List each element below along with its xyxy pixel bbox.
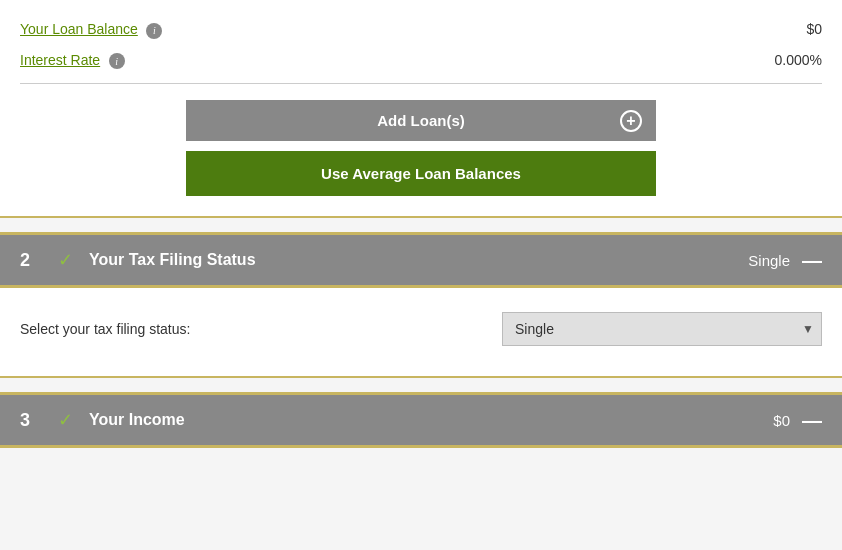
section-2-number: 2 <box>20 250 50 271</box>
interest-rate-info-icon[interactable]: i <box>109 53 125 69</box>
tax-filing-select-wrapper: Single Married Filing Jointly Married Fi… <box>502 312 822 346</box>
loan-balance-row: Your Loan Balance i $0 <box>20 14 822 45</box>
tax-filing-section-header: 2 ✓ Your Tax Filing Status Single — <box>0 232 842 288</box>
add-loans-label: Add Loan(s) <box>377 112 465 129</box>
loan-balance-info-icon[interactable]: i <box>146 23 162 39</box>
section-3-collapse-icon[interactable]: — <box>802 409 822 432</box>
interest-rate-link[interactable]: Interest Rate <box>20 52 100 68</box>
section-3-check-icon: ✓ <box>58 409 73 431</box>
tax-filing-select[interactable]: Single Married Filing Jointly Married Fi… <box>502 312 822 346</box>
use-average-label: Use Average Loan Balances <box>321 165 521 182</box>
section-2-value: Single <box>748 252 790 269</box>
loan-balance-value: $0 <box>806 21 822 37</box>
tax-filing-section-content: Select your tax filing status: Single Ma… <box>0 288 842 378</box>
plus-icon: + <box>620 110 642 132</box>
button-area: Add Loan(s) + Use Average Loan Balances <box>20 100 822 196</box>
loan-balance-label[interactable]: Your Loan Balance i <box>20 20 162 39</box>
interest-rate-value: 0.000% <box>775 52 822 68</box>
use-average-loan-balances-button[interactable]: Use Average Loan Balances <box>186 151 656 196</box>
add-loans-button[interactable]: Add Loan(s) + <box>186 100 656 141</box>
spacer-2 <box>0 378 842 392</box>
section-divider <box>20 83 822 84</box>
interest-rate-row: Interest Rate i 0.000% <box>20 45 822 76</box>
tax-filing-row: Select your tax filing status: Single Ma… <box>20 312 822 346</box>
loan-balance-link[interactable]: Your Loan Balance <box>20 21 138 37</box>
tax-filing-label: Select your tax filing status: <box>20 321 190 337</box>
section-3-title: Your Income <box>89 411 773 429</box>
section-3-value: $0 <box>773 412 790 429</box>
income-section-header: 3 ✓ Your Income $0 — <box>0 392 842 448</box>
spacer-1 <box>0 218 842 232</box>
section-2-title: Your Tax Filing Status <box>89 251 748 269</box>
section-2-check-icon: ✓ <box>58 249 73 271</box>
section-2-collapse-icon[interactable]: — <box>802 249 822 272</box>
loan-balance-section: Your Loan Balance i $0 Interest Rate i 0… <box>0 0 842 218</box>
interest-rate-label-group: Interest Rate i <box>20 51 125 70</box>
section-3-number: 3 <box>20 410 50 431</box>
